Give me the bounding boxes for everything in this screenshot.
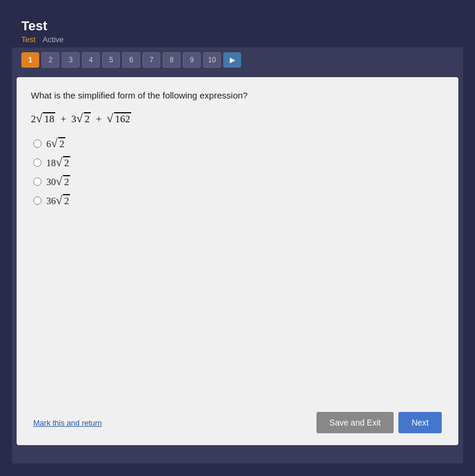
option-2[interactable]: 18√2 — [33, 156, 444, 169]
nav-btn-2[interactable]: 2 — [42, 52, 59, 68]
option-label-2[interactable]: 18√2 — [46, 156, 70, 169]
footer: Mark this and return Save and Exit Next — [31, 406, 444, 436]
nav-btn-6[interactable]: 6 — [122, 52, 140, 68]
option-1[interactable]: 6√2 — [33, 137, 444, 150]
breadcrumb: Test Active — [21, 35, 454, 44]
nav-btn-5[interactable]: 5 — [102, 52, 120, 68]
breadcrumb-test: Test — [21, 35, 36, 44]
page-title: Test — [21, 18, 454, 34]
mark-return-button[interactable]: Mark this and return — [33, 418, 102, 427]
save-exit-button[interactable]: Save and Exit — [316, 412, 394, 433]
nav-btn-3[interactable]: 3 — [62, 52, 80, 68]
content-area: What is the simplified form of the follo… — [17, 77, 458, 445]
nav-btn-8[interactable]: 8 — [163, 52, 180, 68]
radio-opt3[interactable] — [33, 177, 42, 186]
nav-btn-9[interactable]: 9 — [183, 52, 201, 68]
next-button[interactable]: Next — [398, 412, 442, 433]
nav-btn-1[interactable]: 1 — [21, 52, 39, 68]
option-3[interactable]: 30√2 — [33, 175, 444, 188]
option-label-4[interactable]: 36√2 — [46, 194, 70, 207]
option-label-1[interactable]: 6√2 — [46, 137, 65, 150]
nav-btn-7[interactable]: 7 — [142, 52, 160, 68]
nav-btn-4[interactable]: 4 — [82, 52, 100, 68]
test-window: Test Test Active 1 2 3 4 5 6 7 8 9 10 ▶ … — [12, 12, 463, 464]
radio-opt2[interactable] — [33, 158, 42, 167]
question-nav: 1 2 3 4 5 6 7 8 9 10 ▶ — [12, 47, 463, 72]
math-expression: 2√18 + 3√2 + √162 — [31, 112, 444, 125]
radio-opt1[interactable] — [33, 139, 42, 148]
option-label-3[interactable]: 30√2 — [46, 175, 70, 188]
radio-opt4[interactable] — [33, 196, 42, 205]
title-bar: Test Test Active — [12, 12, 463, 47]
breadcrumb-active: Active — [43, 35, 64, 44]
nav-arrow-next[interactable]: ▶ — [223, 52, 241, 68]
nav-btn-10[interactable]: 10 — [203, 52, 221, 68]
option-4[interactable]: 36√2 — [33, 194, 444, 207]
question-text: What is the simplified form of the follo… — [31, 89, 444, 103]
options-list: 6√2 18√2 30√2 36√2 — [33, 137, 444, 207]
footer-buttons: Save and Exit Next — [316, 412, 442, 433]
